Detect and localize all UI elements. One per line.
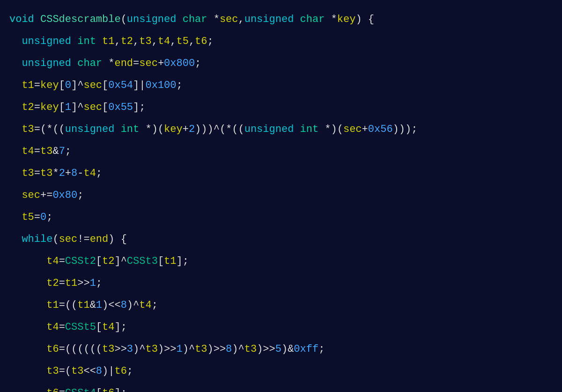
code-container: void CSSdescramble(unsigned char *sec,un… (0, 0, 562, 392)
code-block: void CSSdescramble(unsigned char *sec,un… (9, 8, 553, 392)
